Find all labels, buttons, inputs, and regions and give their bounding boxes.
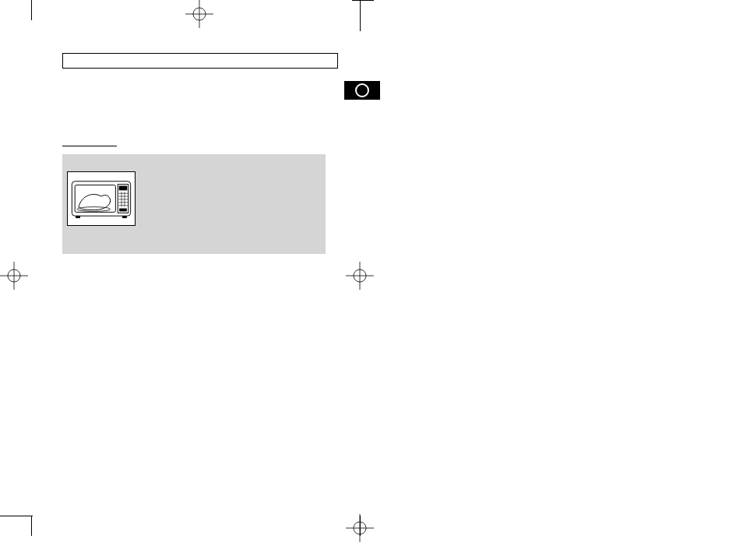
crop-line xyxy=(0,516,33,516)
crop-line xyxy=(360,516,361,536)
crop-line xyxy=(360,0,361,31)
registration-mark-left xyxy=(0,262,28,290)
microwave-illustration xyxy=(71,177,132,220)
subheading-underlined xyxy=(62,136,117,146)
svg-rect-13 xyxy=(76,216,80,218)
example-panel xyxy=(62,154,326,254)
header-icon-row xyxy=(62,81,380,100)
crop-line xyxy=(352,0,374,1)
registration-mark-top xyxy=(185,0,213,28)
svg-rect-26 xyxy=(119,209,127,212)
svg-rect-18 xyxy=(119,186,128,191)
section-title-box xyxy=(62,53,338,69)
crop-line xyxy=(31,0,32,20)
document-page xyxy=(62,53,380,254)
registration-mark-middle xyxy=(346,262,374,290)
microwave-illustration-frame xyxy=(67,171,136,226)
ring-icon xyxy=(355,83,369,97)
svg-rect-14 xyxy=(122,216,127,218)
mode-icon-box xyxy=(344,81,380,100)
crop-line xyxy=(31,516,32,536)
